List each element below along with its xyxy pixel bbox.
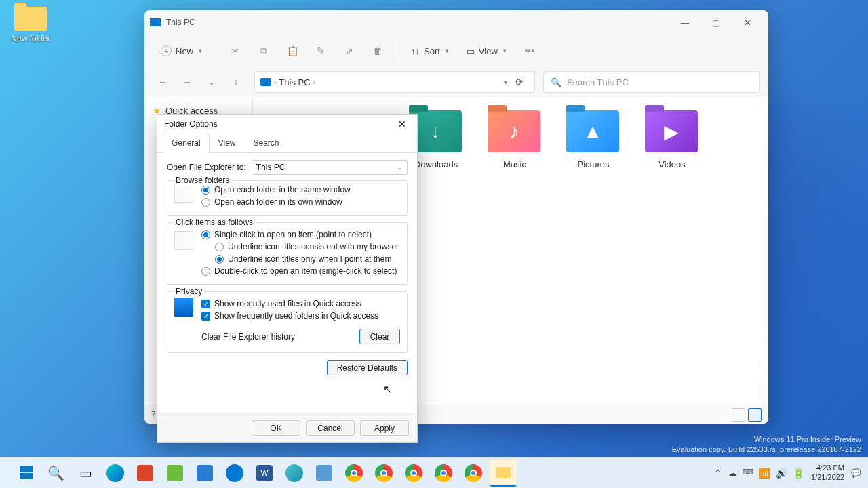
check-recent-files[interactable]: ✓: [201, 300, 210, 308]
wifi-icon[interactable]: 📶: [759, 468, 770, 479]
search-icon: 🔍: [551, 77, 561, 87]
library-folder-pictures[interactable]: ▲Pictures: [566, 110, 620, 169]
dialog-title: Folder Options: [164, 119, 218, 129]
chrome-icon[interactable]: [460, 460, 487, 487]
view-button[interactable]: ▭ View ▾: [460, 42, 513, 60]
open-explorer-combo[interactable]: This PC ⌄: [252, 160, 408, 175]
tab-view[interactable]: View: [210, 134, 245, 152]
task-view-button[interactable]: ▭: [72, 460, 99, 487]
open-explorer-label: Open File Explorer to:: [167, 163, 246, 172]
edge-icon[interactable]: [102, 460, 129, 487]
chevron-right-icon: ›: [313, 79, 315, 86]
app-icon[interactable]: [191, 460, 218, 487]
privacy-icon: [174, 298, 193, 317]
rename-button[interactable]: ✎: [309, 39, 333, 63]
glyph-icon: ▲: [583, 121, 602, 142]
window-icon: [174, 184, 193, 203]
tab-general[interactable]: General: [163, 134, 210, 153]
radio-double-click[interactable]: [201, 267, 210, 276]
sort-button[interactable]: ↑↓ Sort ▾: [404, 42, 456, 60]
start-button[interactable]: [12, 460, 39, 487]
app-icon[interactable]: [311, 460, 338, 487]
app-icon[interactable]: [132, 460, 159, 487]
maximize-button[interactable]: ▢: [701, 12, 732, 33]
radio-same-window[interactable]: [201, 186, 210, 195]
glyph-icon: ♪: [509, 121, 519, 142]
system-tray[interactable]: ⌃ ☁ ⌨ 📶 🔊 🔋 4:23 PM 1/21/2022 💬: [714, 464, 861, 481]
view-icon: ▭: [467, 46, 475, 56]
battery-icon[interactable]: 🔋: [793, 468, 804, 479]
chrome-icon[interactable]: [400, 460, 427, 487]
apply-button[interactable]: Apply: [360, 420, 409, 436]
divider: [397, 43, 397, 59]
details-view-button[interactable]: [732, 408, 745, 422]
language-icon[interactable]: ⌨: [743, 468, 753, 479]
taskbar: 🔍 ▭ W ⌃ ☁ ⌨ 📶 🔊 🔋 4:23 PM 1/21/2022 💬: [0, 457, 868, 488]
notifications-icon[interactable]: 💬: [851, 468, 861, 478]
folder-label: Videos: [645, 159, 699, 169]
search-button[interactable]: 🔍: [42, 460, 69, 487]
radio-underline-browser[interactable]: [215, 243, 224, 251]
close-icon[interactable]: ✕: [394, 119, 410, 129]
share-button[interactable]: ↗: [337, 39, 361, 63]
ok-button[interactable]: OK: [252, 420, 300, 436]
radio-single-click[interactable]: [201, 230, 210, 239]
chrome-icon[interactable]: [370, 460, 397, 487]
chrome-icon[interactable]: [430, 460, 457, 487]
chevron-down-icon: ▾: [446, 47, 449, 54]
check-frequent-folders[interactable]: ✓: [201, 312, 210, 321]
app-icon[interactable]: [281, 460, 308, 487]
back-button[interactable]: ←: [153, 72, 173, 92]
search-input[interactable]: 🔍 Search This PC: [543, 71, 760, 93]
close-button[interactable]: ✕: [732, 12, 763, 33]
tab-search[interactable]: Search: [245, 134, 288, 152]
recent-dropdown[interactable]: ⌄: [201, 72, 222, 92]
nav-row: ← → ⌄ ↑ › This PC › ▾ ⟳ 🔍 Search This PC: [144, 67, 768, 97]
folder-options-dialog: Folder Options ✕ General View Search Ope…: [157, 114, 418, 443]
glyph-icon: ▶: [664, 121, 679, 143]
new-button[interactable]: + New ▾: [154, 41, 209, 60]
minimize-button[interactable]: ―: [669, 12, 701, 33]
tray-chevron-icon[interactable]: ⌃: [714, 468, 722, 479]
paste-button[interactable]: 📋: [280, 39, 304, 63]
clear-button[interactable]: Clear: [359, 329, 400, 344]
breadcrumb[interactable]: › This PC › ▾ ⟳: [254, 71, 535, 93]
restore-defaults-button[interactable]: Restore Defaults: [327, 360, 408, 375]
cursor-icon: [174, 231, 193, 250]
browse-legend: Browse folders: [173, 176, 232, 185]
chrome-icon[interactable]: [340, 460, 368, 487]
chevron-right-icon: ›: [274, 79, 276, 86]
more-button[interactable]: •••: [517, 39, 542, 63]
explorer-taskbar-icon[interactable]: [490, 460, 517, 487]
folder-label: Pictures: [566, 159, 620, 169]
up-button[interactable]: ↑: [226, 72, 246, 92]
clock[interactable]: 4:23 PM 1/21/2022: [811, 464, 844, 481]
monitor-icon: [260, 78, 271, 86]
icons-view-button[interactable]: [748, 408, 762, 422]
breadcrumb-segment[interactable]: This PC: [279, 77, 310, 87]
breadcrumb-dropdown[interactable]: ▾: [504, 79, 507, 86]
radio-own-window[interactable]: [201, 198, 210, 207]
word-icon[interactable]: W: [251, 460, 278, 487]
desktop-folder-icon[interactable]: New folder: [7, 7, 54, 43]
onedrive-icon[interactable]: ☁: [728, 468, 737, 479]
titlebar[interactable]: This PC ― ▢ ✕: [144, 10, 768, 35]
copy-button[interactable]: ⧉: [252, 39, 276, 63]
refresh-button[interactable]: ⟳: [510, 77, 529, 87]
radio-underline-point[interactable]: [215, 255, 224, 264]
delete-button[interactable]: 🗑: [366, 39, 390, 63]
library-folder-videos[interactable]: ▶Videos: [645, 110, 699, 169]
tab-strip: General View Search: [157, 134, 417, 153]
cut-button[interactable]: ✂: [223, 39, 248, 63]
app-icon[interactable]: [221, 460, 248, 487]
app-icon[interactable]: [161, 460, 189, 487]
cancel-button[interactable]: Cancel: [306, 420, 355, 436]
folder-label: Music: [488, 159, 542, 169]
volume-icon[interactable]: 🔊: [776, 468, 787, 479]
forward-button[interactable]: →: [177, 72, 197, 92]
window-title: This PC: [166, 18, 195, 27]
sort-icon: ↑↓: [411, 46, 420, 56]
library-folder-music[interactable]: ♪Music: [488, 110, 542, 169]
dialog-titlebar[interactable]: Folder Options ✕: [157, 115, 417, 134]
plus-icon: +: [161, 45, 172, 56]
